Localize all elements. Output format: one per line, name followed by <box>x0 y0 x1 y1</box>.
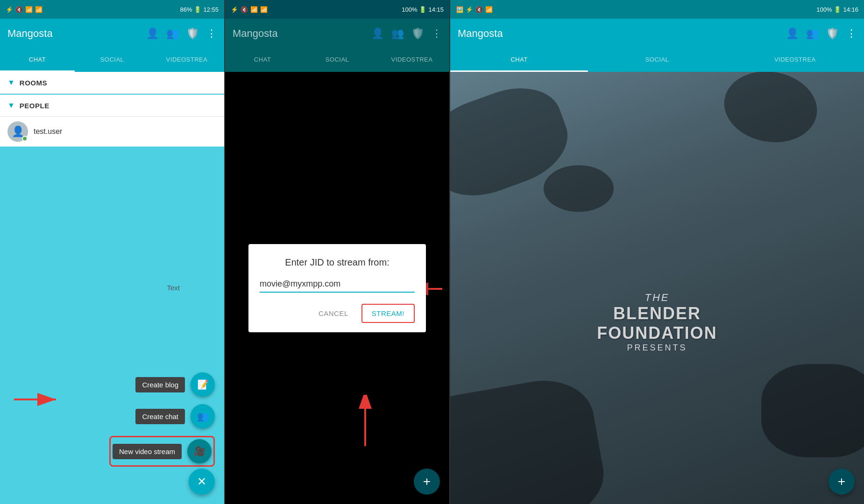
dialog-buttons: CANCEL STREAM! <box>260 304 415 323</box>
more-icon-right[interactable]: ⋮ <box>846 28 857 40</box>
signal-icon: 📶 <box>35 6 42 13</box>
fab-row-chat: Create chat 👥 <box>135 404 215 428</box>
create-chat-button[interactable]: 👥 <box>191 404 215 428</box>
plus-icon-right: + <box>838 474 845 489</box>
video-stream-highlight: New video stream 🎥 <box>109 436 215 467</box>
arrow-up-to-stream <box>351 395 379 453</box>
video-title-main: Blender Foundation <box>554 304 761 343</box>
avatar-icon: 👤 <box>12 126 24 138</box>
time: 12:55 <box>203 6 219 13</box>
tab-videostream-right[interactable]: VIDEOSTREA <box>726 49 864 72</box>
battery-icon: 🔋 <box>194 6 201 13</box>
tab-videostream-mid[interactable]: VIDEOSTREA <box>375 49 449 72</box>
create-blog-label[interactable]: Create blog <box>135 377 185 392</box>
jid-input[interactable] <box>260 277 415 293</box>
create-blog-button[interactable]: 📝 <box>191 372 215 397</box>
tab-chat-left[interactable]: CHAT <box>0 49 75 72</box>
middle-status-bar: ⚡ 🔇 📶 📶 100% 🔋 14:15 <box>225 0 449 19</box>
close-fab-button[interactable]: ✕ <box>189 469 215 495</box>
people-icon-mid[interactable]: 👥 <box>391 28 404 40</box>
fab-menu: Text Create blog 📝 Create chat 👥 New vid… <box>109 372 215 467</box>
shield-icon-left[interactable]: 🛡️ <box>186 28 199 40</box>
people-icon-right[interactable]: 👥 <box>806 28 819 40</box>
battery-percent-right: 100% <box>816 6 832 13</box>
right-status-icons: 🖼️ ⚡ 🔇 📶 <box>456 6 493 13</box>
middle-panel: ⚡ 🔇 📶 📶 100% 🔋 14:15 Mangosta 👤 👥 🛡️ ⋮ C… <box>225 0 449 504</box>
middle-tab-bar: CHAT SOCIAL VIDEOSTREA <box>225 49 449 72</box>
middle-fab-button[interactable]: + <box>414 469 440 495</box>
video-title-the: The <box>554 292 761 304</box>
battery-percent-mid: 100% <box>402 6 417 13</box>
middle-status-right: 100% 🔋 14:15 <box>402 6 444 13</box>
people-section-header[interactable]: ▼ PEOPLE <box>0 95 224 117</box>
middle-content: Enter JID to stream from: CANCEL STREAM! <box>225 72 449 504</box>
jid-dialog: Enter JID to stream from: CANCEL STREAM! <box>248 244 426 332</box>
battery-icon-right: 🔋 <box>834 6 841 13</box>
blog-icon: 📝 <box>197 379 209 390</box>
new-video-stream-button[interactable]: 🎥 <box>187 439 212 463</box>
video-title-presents: Presents <box>554 343 761 353</box>
left-app-header: Mangosta 👤 👥 🛡️ ⋮ <box>0 19 224 49</box>
battery-icon-mid: 🔋 <box>419 6 426 13</box>
people-label: PEOPLE <box>20 102 50 110</box>
middle-status-icons: ⚡ 🔇 📶 📶 <box>231 6 268 13</box>
person-icon-mid[interactable]: 👤 <box>371 28 384 40</box>
person-avatar-testuser: 👤 <box>7 121 28 142</box>
right-app-header: Mangosta 👤 👥 🛡️ ⋮ <box>450 19 864 49</box>
right-fab-button[interactable]: + <box>829 469 855 495</box>
tab-social-left[interactable]: SOCIAL <box>75 49 149 72</box>
people-section: ▼ PEOPLE 👤 test.user <box>0 95 224 147</box>
mute-icon-mid: 🔇 <box>241 6 248 13</box>
app-title-mid: Mangosta <box>233 28 364 40</box>
people-icon-left[interactable]: 👥 <box>166 28 179 40</box>
middle-app-header: Mangosta 👤 👥 🛡️ ⋮ <box>225 19 449 49</box>
shield-icon-right[interactable]: 🛡️ <box>826 28 839 40</box>
bluetooth-icon: ⚡ <box>6 6 13 13</box>
online-indicator <box>22 136 28 141</box>
dialog-title: Enter JID to stream from: <box>260 257 415 268</box>
right-panel: 🖼️ ⚡ 🔇 📶 100% 🔋 14:16 Mangosta 👤 👥 🛡️ ⋮ … <box>450 0 864 504</box>
left-status-right: 86% 🔋 12:55 <box>180 6 219 13</box>
shield-icon-mid[interactable]: 🛡️ <box>411 28 424 40</box>
tab-chat-mid[interactable]: CHAT <box>225 49 300 72</box>
person-item-testuser[interactable]: 👤 test.user <box>0 117 224 147</box>
close-icon: ✕ <box>197 475 206 488</box>
fab-text-label: Text <box>167 284 180 292</box>
wifi-icon-mid: 📶 <box>250 6 258 13</box>
tab-social-right[interactable]: SOCIAL <box>588 49 726 72</box>
left-content: ▼ ROOMS ▼ PEOPLE 👤 test.user Text <box>0 72 224 504</box>
app-title-left: Mangosta <box>7 28 139 40</box>
person-icon-right[interactable]: 👤 <box>786 28 799 40</box>
mute-icon: 🔇 <box>15 6 23 13</box>
video-icon: 🎥 <box>194 446 205 457</box>
fab-row-video: New video stream 🎥 <box>113 439 212 463</box>
right-video-content: The Blender Foundation Presents + <box>450 72 864 504</box>
rooms-chevron-icon: ▼ <box>7 78 15 87</box>
signal-icon-mid: 📶 <box>260 6 268 13</box>
wifi-icon-right: 📶 <box>485 6 493 13</box>
right-status-bar: 🖼️ ⚡ 🔇 📶 100% 🔋 14:16 <box>450 0 864 19</box>
tab-videostream-left[interactable]: VIDEOSTREA <box>149 49 224 72</box>
person-icon-left[interactable]: 👤 <box>146 28 159 40</box>
wifi-icon: 📶 <box>25 6 33 13</box>
left-status-bar: ⚡ 🔇 📶 📶 86% 🔋 12:55 <box>0 0 224 19</box>
video-background: The Blender Foundation Presents <box>450 72 864 504</box>
new-video-stream-label[interactable]: New video stream <box>113 444 182 459</box>
app-title-right: Mangosta <box>458 28 779 40</box>
left-status-icons: ⚡ 🔇 📶 📶 <box>6 6 42 13</box>
cancel-button[interactable]: CANCEL <box>309 304 358 323</box>
more-icon-mid[interactable]: ⋮ <box>432 28 442 40</box>
tab-social-mid[interactable]: SOCIAL <box>300 49 375 72</box>
image-icon-right: 🖼️ <box>456 6 463 13</box>
person-name-testuser: test.user <box>34 127 62 136</box>
bluetooth-icon-right: ⚡ <box>466 6 473 13</box>
more-icon-left[interactable]: ⋮ <box>206 28 217 40</box>
tab-chat-right[interactable]: CHAT <box>450 49 588 72</box>
battery-percent: 86% <box>180 6 192 13</box>
video-title-overlay: The Blender Foundation Presents <box>554 292 761 353</box>
create-chat-label[interactable]: Create chat <box>135 409 185 424</box>
people-chevron-icon: ▼ <box>7 101 15 110</box>
stream-button[interactable]: STREAM! <box>361 304 415 323</box>
right-tab-bar: CHAT SOCIAL VIDEOSTREA <box>450 49 864 72</box>
rooms-section-header[interactable]: ▼ ROOMS <box>0 72 224 94</box>
